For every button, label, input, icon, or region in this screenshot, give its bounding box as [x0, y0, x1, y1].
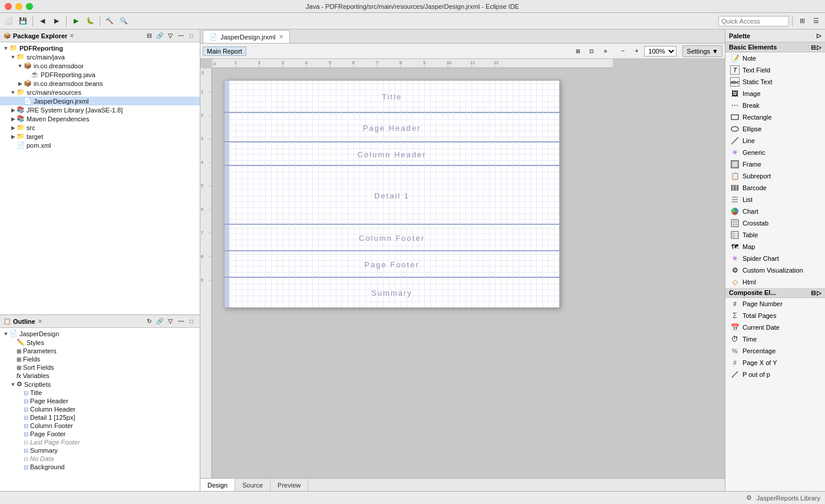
design-btn-3[interactable]: ≡	[599, 45, 611, 57]
outline-item-nodata[interactable]: ⊟ No Data	[0, 455, 200, 463]
palette-item-rectangle[interactable]: Rectangle	[725, 111, 825, 123]
minimize-button[interactable]	[15, 3, 22, 10]
palette-item-break[interactable]: Break	[725, 100, 825, 111]
palette-item-list[interactable]: List	[725, 194, 825, 205]
palette-item-statictext[interactable]: abc Static Text	[725, 76, 825, 88]
zoom-out-btn[interactable]: −	[617, 45, 629, 57]
palette-item-currentdate[interactable]: 📅 Current Date	[725, 321, 825, 333]
outline-item-pagefooter[interactable]: ⊟ Page Footer	[0, 430, 200, 438]
palette-item-note[interactable]: 📝 Note	[725, 52, 825, 64]
palette-item-time[interactable]: ⏱ Time	[725, 333, 825, 345]
basic-elements-collapse-icon[interactable]: ⊟	[811, 44, 816, 51]
palette-item-map[interactable]: 🗺 Map	[725, 241, 825, 253]
tree-item-target[interactable]: ▶ 📁 target	[0, 132, 200, 141]
palette-item-frame[interactable]: Frame	[725, 158, 825, 170]
palette-item-pagenumber[interactable]: # Page Number	[725, 298, 825, 310]
zoom-in-btn[interactable]: +	[631, 45, 642, 57]
composite-elements-header[interactable]: Composite El... ⊟ ▷	[725, 288, 825, 298]
main-report-tab[interactable]: Main Report	[203, 47, 246, 56]
settings-button[interactable]: Settings ▼	[682, 45, 722, 57]
toolbar-debug[interactable]: 🐛	[84, 15, 97, 28]
link-editor-icon[interactable]: 🔗	[155, 31, 164, 41]
zoom-select[interactable]: 100% 75% 50% 150%	[644, 46, 676, 57]
outline-item-variables[interactable]: fx Variables	[0, 372, 200, 380]
palette-item-spiderchart[interactable]: ✳ Spider Chart	[725, 253, 825, 264]
palette-item-generic[interactable]: ✳ Generic	[725, 147, 825, 158]
maximize-button[interactable]	[26, 3, 33, 10]
palette-item-poutp[interactable]: P out of p	[725, 369, 825, 380]
outline-link-icon[interactable]: 🔗	[155, 317, 164, 326]
toolbar-save[interactable]: 💾	[16, 15, 29, 28]
palette-item-totalpages[interactable]: Σ Total Pages	[725, 310, 825, 321]
minimize-panel-icon[interactable]: —	[176, 31, 186, 41]
outline-item-parameters[interactable]: ⊞ Parameters	[0, 347, 200, 355]
toolbar-run[interactable]: ▶	[70, 15, 82, 28]
palette-item-pagexofy[interactable]: # Page X of Y	[725, 357, 825, 369]
tab-source[interactable]: Source	[235, 479, 270, 492]
palette-item-table[interactable]: Table	[725, 229, 825, 241]
quick-access-input[interactable]	[718, 16, 789, 26]
design-btn-1[interactable]: ⊞	[572, 45, 584, 57]
view-menu-icon[interactable]: ▽	[166, 31, 175, 41]
toolbar-window[interactable]: ☰	[810, 15, 823, 28]
tree-item-pdfreporting[interactable]: ☕ PDFReporting.java	[0, 70, 200, 79]
palette-item-chart[interactable]: Chart	[725, 205, 825, 217]
basic-elements-header[interactable]: Basic Elements ⊟ ▷	[725, 42, 825, 52]
outline-item-jasperdesign[interactable]: ▼ 📄 JasperDesign	[0, 329, 200, 338]
maximize-panel-icon[interactable]: □	[187, 31, 196, 41]
editor-area[interactable]: 0 1 2 3 4 5 6 7	[200, 59, 725, 478]
palette-item-percentage[interactable]: % Percentage	[725, 345, 825, 357]
composite-elements-collapse-icon[interactable]: ⊟	[811, 290, 816, 296]
tree-item-jresystem[interactable]: ▶ 📚 JRE System Library [JavaSE-1.8]	[0, 105, 200, 114]
editor-tab-jasperdesign[interactable]: 📄 JasperDesign.jrxml ✕	[203, 30, 290, 43]
tab-design[interactable]: Design	[200, 479, 235, 492]
toolbar-build[interactable]: 🔨	[103, 15, 116, 28]
outline-item-lastpagefooter[interactable]: ⊟ Last Page Footer	[0, 438, 200, 446]
palette-item-line[interactable]: Line	[725, 135, 825, 147]
toolbar-search[interactable]: 🔍	[117, 15, 130, 28]
outline-item-summary[interactable]: ⊟ Summary	[0, 446, 200, 455]
outline-sync-icon[interactable]: ↻	[144, 317, 154, 326]
window-controls[interactable]	[5, 3, 33, 10]
outline-minimize-icon[interactable]: —	[176, 317, 186, 326]
outline-header-icons[interactable]: ↻ 🔗 ▽ — □	[144, 317, 196, 326]
tab-close-icon[interactable]: ✕	[279, 34, 283, 40]
tree-item-srcmainjava[interactable]: ▼ 📁 src/main/java	[0, 52, 200, 61]
toolbar-new[interactable]: ⬜	[2, 15, 15, 28]
outline-item-scriptlets[interactable]: ▼ ⚙ Scriptlets	[0, 380, 200, 389]
tree-item-srcmainresources[interactable]: ▼ 📁 src/main/resources	[0, 88, 200, 97]
palette-item-image[interactable]: 🖼 Image	[725, 88, 825, 100]
tree-item-pdfroot[interactable]: ▼ 📁 PDFReporting	[0, 44, 200, 52]
tree-item-mavendeps[interactable]: ▶ 📚 Maven Dependencies	[0, 114, 200, 123]
palette-item-subreport[interactable]: 📋 Subreport	[725, 170, 825, 182]
toolbar-perspective[interactable]: ⊞	[796, 15, 808, 28]
tree-item-incodreamsdoor[interactable]: ▼ 📦 in.co.dreamsdoor	[0, 61, 200, 70]
outline-item-detail1[interactable]: ⊟ Detail 1 [125px]	[0, 413, 200, 422]
outline-maximize-icon[interactable]: □	[187, 317, 196, 326]
tree-item-beans[interactable]: ▶ 📦 in.co.dreamsdoor.beans	[0, 79, 200, 88]
palette-item-crosstab[interactable]: Crosstab	[725, 217, 825, 229]
palette-item-ellipse[interactable]: Ellipse	[725, 123, 825, 135]
pkg-header-icons[interactable]: ⊟ 🔗 ▽ — □	[144, 31, 196, 41]
outline-item-columnfooter[interactable]: ⊟ Column Footer	[0, 422, 200, 430]
tree-item-jasperdesign[interactable]: 📄 JasperDesign.jrxml	[0, 97, 200, 105]
outline-item-columnheader[interactable]: ⊟ Column Header	[0, 405, 200, 413]
outline-menu-icon[interactable]: ▽	[166, 317, 175, 326]
toolbar-fwd[interactable]: ▶	[50, 15, 63, 28]
palette-item-customvis[interactable]: ⚙ Custom Visualization	[725, 264, 825, 276]
outline-item-title[interactable]: ⊟ Title	[0, 389, 200, 397]
palette-item-barcode[interactable]: Barcode	[725, 182, 825, 194]
outline-item-background[interactable]: ⊟ Background	[0, 463, 200, 471]
canvas-scroll-area[interactable]: Title Page Header	[212, 68, 613, 478]
tab-preview[interactable]: Preview	[270, 479, 308, 492]
toolbar-back[interactable]: ◀	[36, 15, 49, 28]
palette-item-html[interactable]: ◇ Html	[725, 276, 825, 288]
tree-item-pomxml[interactable]: 📄 pom.xml	[0, 141, 200, 150]
basic-elements-expand-icon[interactable]: ▷	[817, 44, 821, 51]
palette-expand-icon[interactable]: ▷	[817, 32, 821, 39]
collapse-all-icon[interactable]: ⊟	[144, 31, 154, 41]
close-button[interactable]	[5, 3, 12, 10]
outline-item-fields[interactable]: ⊞ Fields	[0, 355, 200, 363]
outline-item-styles[interactable]: ✏️ Styles	[0, 338, 200, 347]
palette-item-textfield[interactable]: T Text Field	[725, 64, 825, 76]
